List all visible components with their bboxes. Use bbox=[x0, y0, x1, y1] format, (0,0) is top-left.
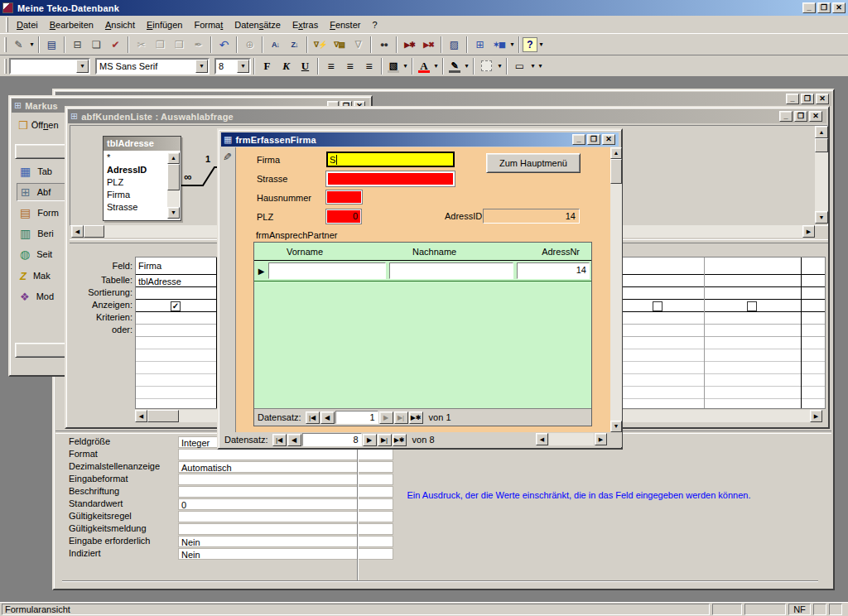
first-record-button[interactable]: |◀ bbox=[272, 434, 287, 446]
find-button[interactable]: ●● bbox=[374, 36, 393, 54]
copy-button[interactable]: ❐ bbox=[151, 36, 170, 54]
grid-cell-tabelle[interactable]: tblAdresse bbox=[138, 277, 214, 286]
plz-field[interactable]: 0 bbox=[326, 209, 361, 224]
firma-field[interactable]: S bbox=[326, 152, 455, 167]
border-width-button[interactable] bbox=[477, 57, 496, 75]
apply-filter-button[interactable]: ∇ bbox=[349, 36, 368, 54]
field-list-item[interactable]: * bbox=[105, 152, 166, 165]
zum-hauptmenu-button[interactable]: Zum Hauptmenü bbox=[486, 153, 581, 173]
next-record-button[interactable]: ▶ bbox=[379, 411, 393, 424]
field-list-item[interactable]: Firma bbox=[105, 190, 166, 202]
menu-ansicht[interactable]: Ansicht bbox=[99, 17, 141, 32]
help-button[interactable]: ? bbox=[523, 37, 537, 52]
scroll-right-icon[interactable]: ▶ bbox=[810, 410, 822, 422]
previous-record-button[interactable]: ◀ bbox=[320, 411, 335, 424]
row-selector-icon[interactable]: ▶ bbox=[254, 267, 268, 276]
properties-button[interactable]: ▨ bbox=[445, 36, 464, 54]
sort-descending-button[interactable]: Z↓ bbox=[285, 36, 304, 54]
scroll-down-icon[interactable]: ▼ bbox=[815, 211, 828, 224]
object-selector-combo[interactable]: ▾ bbox=[9, 58, 90, 75]
scrollbar-thumb[interactable] bbox=[147, 410, 179, 422]
adressnr-field[interactable]: 14 bbox=[517, 262, 590, 279]
menu-extras[interactable]: Extras bbox=[287, 17, 324, 32]
insert-hyperlink-button[interactable]: ⊕ bbox=[240, 36, 259, 54]
last-record-button[interactable]: ▶| bbox=[394, 411, 408, 424]
fill-color-button[interactable]: ▧ bbox=[385, 58, 402, 75]
undo-button[interactable]: ↶ bbox=[214, 36, 234, 54]
new-record-button[interactable]: ▶✱ bbox=[409, 411, 423, 424]
table-design-minimize-button[interactable]: _ bbox=[786, 94, 799, 104]
scroll-down-icon[interactable]: ▼ bbox=[167, 207, 180, 219]
app-minimize-button[interactable]: _ bbox=[802, 2, 816, 13]
sort-ascending-button[interactable]: A↓ bbox=[266, 36, 285, 54]
new-record-button[interactable]: ▶✱ bbox=[400, 36, 419, 54]
scrollbar-thumb[interactable] bbox=[84, 225, 104, 238]
subform-column-header[interactable]: AdressNr bbox=[515, 247, 591, 257]
help-dropdown-icon[interactable]: ▾ bbox=[537, 36, 545, 54]
print-button[interactable]: ⊟ bbox=[68, 36, 87, 54]
print-preview-button[interactable]: ❏ bbox=[87, 36, 106, 54]
font-color-button[interactable]: A bbox=[416, 58, 432, 75]
strasse-field[interactable] bbox=[326, 171, 455, 186]
menu-datensaetze[interactable]: Datensätze bbox=[229, 17, 287, 32]
property-value[interactable] bbox=[178, 523, 393, 535]
align-center-icon[interactable]: ≡ bbox=[340, 57, 359, 75]
adressid-field[interactable]: 14 bbox=[483, 209, 580, 224]
menu-format[interactable]: Format bbox=[188, 17, 229, 32]
table-design-close-button[interactable]: ✕ bbox=[816, 94, 829, 104]
view-design-button[interactable]: ✎ bbox=[9, 36, 28, 54]
record-selector-bar[interactable]: ✎ bbox=[221, 147, 236, 432]
scrollbar-thumb[interactable] bbox=[167, 164, 180, 190]
toolbar-format-grip[interactable] bbox=[4, 59, 7, 74]
database-window-button[interactable]: ⊞ bbox=[470, 36, 489, 54]
app-maximize-button[interactable]: ❐ bbox=[817, 2, 831, 13]
new-object-button[interactable]: ✶▦ bbox=[489, 36, 508, 54]
previous-record-button[interactable]: ◀ bbox=[287, 434, 301, 446]
vorname-field[interactable] bbox=[268, 262, 386, 279]
line-color-dropdown-icon[interactable]: ▾ bbox=[463, 57, 470, 75]
font-name-combo[interactable]: MS Sans Serif ▾ bbox=[95, 58, 210, 75]
scroll-left-icon[interactable]: ◀ bbox=[71, 225, 84, 238]
bold-button[interactable]: F bbox=[258, 57, 277, 75]
filter-by-form-button[interactable]: ∇▤ bbox=[330, 36, 349, 54]
align-left-icon[interactable]: ≡ bbox=[321, 57, 340, 75]
nachname-field[interactable] bbox=[389, 262, 513, 279]
show-checkbox-checked[interactable]: ✓ bbox=[171, 301, 181, 311]
cut-button[interactable]: ✂ bbox=[132, 36, 151, 54]
next-record-button[interactable]: ▶ bbox=[363, 434, 377, 446]
first-record-button[interactable]: |◀ bbox=[306, 411, 320, 424]
scrollbar-track[interactable] bbox=[610, 184, 622, 421]
font-size-dropdown-icon[interactable]: ▾ bbox=[237, 60, 249, 73]
scrollbar-track[interactable] bbox=[815, 152, 828, 211]
field-list-item[interactable]: Strasse bbox=[105, 202, 166, 214]
menu-fenster[interactable]: Fenster bbox=[324, 17, 366, 32]
scroll-up-icon[interactable]: ▲ bbox=[815, 126, 828, 138]
property-value[interactable]: 0 bbox=[178, 498, 393, 510]
scroll-up-icon[interactable]: ▲ bbox=[610, 147, 622, 159]
subform-column-header[interactable]: Vorname bbox=[268, 247, 389, 257]
show-checkbox-unchecked[interactable] bbox=[653, 301, 662, 311]
scrollbar-track[interactable] bbox=[549, 433, 594, 445]
form-window-close-button[interactable]: ✕ bbox=[602, 134, 615, 145]
form-window-maximize-button[interactable]: ❐ bbox=[587, 134, 600, 145]
paste-button[interactable]: ❒ bbox=[170, 36, 189, 54]
special-effect-button[interactable]: ▭ bbox=[510, 57, 529, 75]
subform-column-header[interactable]: Nachname bbox=[389, 247, 515, 257]
line-color-button[interactable]: ✎ bbox=[446, 58, 463, 75]
field-list-item[interactable]: AdressID bbox=[105, 165, 166, 177]
scroll-right-icon[interactable]: ▶ bbox=[802, 225, 815, 238]
menu-datei[interactable]: Datei bbox=[11, 17, 44, 32]
menu-einfuegen[interactable]: Einfügen bbox=[141, 17, 188, 32]
field-list-item[interactable]: PLZ bbox=[105, 177, 166, 190]
property-value[interactable] bbox=[178, 511, 393, 522]
property-value[interactable] bbox=[178, 449, 393, 460]
query-window-maximize-button[interactable]: ❐ bbox=[794, 111, 807, 122]
property-value[interactable]: Nein bbox=[178, 536, 393, 547]
property-value[interactable] bbox=[178, 486, 393, 498]
scroll-left-icon[interactable]: ◀ bbox=[135, 410, 147, 422]
record-number-input[interactable]: 8 bbox=[302, 433, 362, 446]
scrollbar-track[interactable] bbox=[167, 190, 180, 207]
show-checkbox-unchecked[interactable] bbox=[747, 301, 757, 311]
property-value[interactable] bbox=[178, 474, 393, 485]
field-list-caption[interactable]: tblAdresse bbox=[104, 137, 181, 151]
